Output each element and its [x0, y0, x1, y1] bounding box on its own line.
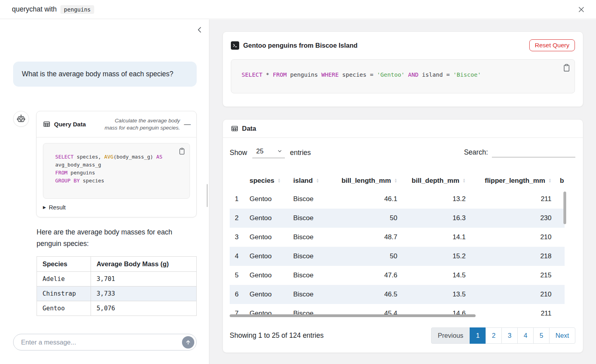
collapse-sidebar-button[interactable]	[195, 25, 204, 35]
clipboard-icon	[178, 147, 185, 155]
copy-code-button[interactable]	[178, 147, 185, 155]
data-table: species▲▼island▲▼bill_length_mm▲▼bill_de…	[230, 172, 565, 318]
message-input[interactable]	[21, 339, 182, 346]
data-table-cell: 5	[230, 266, 246, 285]
column-label: flipper_length_mm	[485, 177, 545, 185]
result-toggle[interactable]: ▶ Result	[43, 204, 190, 211]
data-table-cell	[551, 247, 565, 266]
answer-table: SpeciesAverage Body Mass (g) Adelie3,701…	[37, 256, 197, 316]
data-table-cell: 46.5	[333, 285, 397, 304]
data-table-cell: 13.5	[397, 285, 466, 304]
column-label: island	[293, 177, 313, 185]
data-table-cell: Gentoo	[246, 285, 289, 304]
answer-table-header-row: SpeciesAverage Body Mass (g)	[37, 257, 197, 272]
sort-icon: ▲▼	[277, 178, 281, 184]
data-table-cell: 211	[466, 190, 551, 209]
robot-icon	[16, 114, 26, 124]
copy-query-button[interactable]	[563, 64, 570, 72]
dataset-name-badge: penguins	[60, 5, 94, 14]
data-table-row: 2GentooBiscoe5016.3230	[230, 209, 565, 228]
pagination-page-3-button[interactable]: 3	[501, 327, 518, 344]
vertical-scrollbar[interactable]	[563, 192, 566, 224]
result-label: Result	[49, 204, 66, 211]
entries-label: entries	[290, 149, 311, 157]
data-table-cell: 230	[466, 209, 551, 228]
column-label: b	[560, 177, 564, 185]
column-header-bill_length_mm[interactable]: bill_length_mm▲▼	[333, 172, 397, 190]
pagination-page-2-button[interactable]: 2	[486, 327, 502, 344]
column-label: bill_length_mm	[341, 177, 391, 185]
table-icon	[43, 120, 50, 128]
data-table-cell: Biscoe	[289, 209, 333, 228]
data-table-row: 5GentooBiscoe47.614.5215	[230, 266, 565, 285]
data-table-row: 4GentooBiscoe5015.2218	[230, 247, 565, 266]
answer-table-cell: Chinstrap	[37, 287, 91, 301]
answer-table-cell: Gentoo	[37, 301, 91, 316]
data-table-cell	[551, 266, 565, 285]
sql-query-text: SELECT * FROM penguins WHERE species = '…	[242, 70, 564, 79]
data-table-cell: Biscoe	[289, 285, 333, 304]
panel-resize-handle[interactable]	[207, 184, 208, 207]
data-card-header: Data	[223, 120, 583, 138]
terminal-icon	[231, 41, 239, 50]
data-table-cell: 210	[466, 285, 551, 304]
column-label: bill_depth_mm	[412, 177, 459, 185]
close-icon	[577, 5, 586, 14]
main-area: What is the average body mass of each sp…	[0, 19, 596, 364]
data-table-row: 1GentooBiscoe46.113.2211	[230, 190, 565, 209]
data-table-cell: 215	[466, 266, 551, 285]
answer-table-row: Gentoo5,076	[37, 301, 197, 316]
assistant-avatar	[13, 111, 29, 127]
data-table-cell	[551, 209, 565, 228]
column-header-bill_depth_mm[interactable]: bill_depth_mm▲▼	[397, 172, 466, 190]
data-table-cell: 46.1	[333, 190, 397, 209]
query-card-header: Gentoo penguins from Biscoe Island Reset…	[231, 37, 575, 54]
data-table-cell: Biscoe	[289, 247, 333, 266]
page-size-select[interactable]: 25	[252, 147, 285, 158]
sort-icon: ▲▼	[316, 178, 319, 184]
answer-table-body: Adelie3,701Chinstrap3,733Gentoo5,076	[37, 272, 197, 316]
data-table-cell: Gentoo	[246, 247, 289, 266]
data-table-cell: 47.6	[333, 266, 397, 285]
search-input[interactable]	[492, 148, 575, 157]
pagination-page-4-button[interactable]: 4	[517, 327, 534, 344]
chevron-down-icon	[277, 148, 283, 154]
answer-table-cell: 3,733	[91, 287, 197, 301]
chat-input-container	[13, 334, 197, 350]
tool-card-body: SELECT species, AVG(body_mass_g) ASavg_b…	[37, 137, 196, 211]
send-message-button[interactable]	[182, 336, 194, 349]
data-table-cell: 13.2	[397, 190, 466, 209]
column-header-species[interactable]: species▲▼	[246, 172, 289, 190]
query-card: Gentoo penguins from Biscoe Island Reset…	[223, 31, 583, 107]
minimize-tool-card-button[interactable]: —	[184, 121, 191, 128]
tool-card-title: Query Data	[54, 121, 86, 128]
app-root: querychat with penguins What is the aver…	[0, 0, 596, 364]
column-label: species	[250, 177, 274, 185]
answer-column-header: Average Body Mass (g)	[91, 257, 197, 272]
data-table-cell: 218	[466, 247, 551, 266]
column-header-island[interactable]: island▲▼	[289, 172, 333, 190]
data-table-cell: 50	[333, 209, 397, 228]
chevron-left-icon	[195, 25, 204, 35]
sort-icon: ▲▼	[462, 178, 466, 184]
pagination-next-button[interactable]: Next	[549, 327, 575, 344]
column-header-index	[230, 172, 246, 190]
column-header-flipper_length_mm[interactable]: flipper_length_mm▲▼	[466, 172, 551, 190]
sql-code-text: SELECT species, AVG(body_mass_g) ASavg_b…	[55, 153, 184, 185]
assistant-answer-text: Here are the average body masses for eac…	[37, 227, 197, 250]
reset-query-button[interactable]: Reset Query	[529, 39, 575, 51]
pagination-page-1-button[interactable]: 1	[470, 327, 486, 344]
sql-code-block-main: SELECT * FROM penguins WHERE species = '…	[231, 59, 575, 93]
data-table-cell: Gentoo	[246, 209, 289, 228]
close-button[interactable]	[575, 4, 587, 15]
data-table-cell: 210	[466, 228, 551, 247]
user-message-bubble: What is the average body mass of each sp…	[13, 62, 197, 87]
data-table-cell: Gentoo	[246, 190, 289, 209]
answer-table-cell: 3,701	[91, 272, 197, 287]
data-table-cell: 50	[333, 247, 397, 266]
data-table-cell: 4	[230, 247, 246, 266]
pagination-page-5-button[interactable]: 5	[533, 327, 550, 344]
pagination-prev-button[interactable]: Previous	[431, 327, 470, 344]
horizontal-scrollbar[interactable]	[230, 314, 476, 317]
sort-icon: ▲▼	[548, 178, 551, 184]
